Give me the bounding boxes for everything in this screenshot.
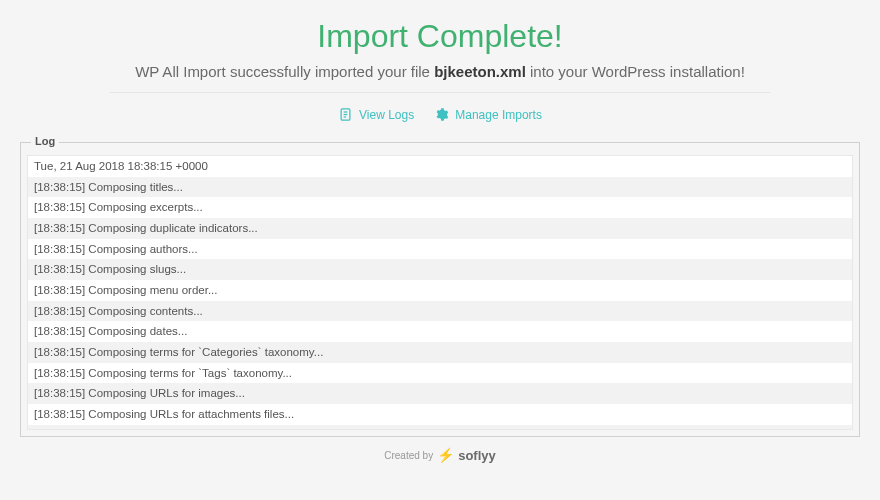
log-scroll-area[interactable]: Tue, 21 Aug 2018 18:38:15 +0000[18:38:15…: [27, 155, 853, 430]
log-panel-label: Log: [31, 135, 59, 147]
log-line: [18:38:15] Composing titles...: [28, 177, 852, 198]
view-logs-link[interactable]: View Logs: [338, 107, 414, 122]
footer: Created by ⚡ soflyy: [20, 447, 860, 463]
log-line: [18:38:15] Composing terms for `Categori…: [28, 342, 852, 363]
manage-imports-label: Manage Imports: [455, 108, 542, 122]
log-line: [18:38:15] Composing unique keys...: [28, 425, 852, 430]
log-line: [18:38:15] Composing dates...: [28, 321, 852, 342]
created-by-label: Created by: [384, 450, 433, 461]
gear-icon: [434, 107, 449, 122]
log-panel: Log Tue, 21 Aug 2018 18:38:15 +0000[18:3…: [20, 142, 860, 437]
log-line: [18:38:15] Composing duplicate indicator…: [28, 218, 852, 239]
log-line: Tue, 21 Aug 2018 18:38:15 +0000: [28, 156, 852, 177]
subtitle-prefix: WP All Import successfully imported your…: [135, 63, 434, 80]
page-title: Import Complete!: [20, 18, 860, 55]
log-line: [18:38:15] Composing excerpts...: [28, 197, 852, 218]
log-line: [18:38:15] Composing contents...: [28, 301, 852, 322]
log-line: [18:38:15] Composing menu order...: [28, 280, 852, 301]
imported-filename: bjkeeton.xml: [434, 63, 526, 80]
success-message: WP All Import successfully imported your…: [20, 63, 860, 80]
log-line: [18:38:15] Composing authors...: [28, 239, 852, 260]
actions-bar: View Logs Manage Imports: [20, 107, 860, 122]
subtitle-suffix: into your WordPress installation!: [526, 63, 745, 80]
log-line: [18:38:15] Composing URLs for attachment…: [28, 404, 852, 425]
log-line: [18:38:15] Composing slugs...: [28, 259, 852, 280]
brand-name: soflyy: [458, 448, 496, 463]
log-line: [18:38:15] Composing URLs for images...: [28, 383, 852, 404]
manage-imports-link[interactable]: Manage Imports: [434, 107, 542, 122]
bolt-icon: ⚡: [437, 447, 454, 463]
log-line: [18:38:15] Composing terms for `Tags` ta…: [28, 363, 852, 384]
divider: [110, 92, 770, 93]
document-icon: [338, 107, 353, 122]
view-logs-label: View Logs: [359, 108, 414, 122]
